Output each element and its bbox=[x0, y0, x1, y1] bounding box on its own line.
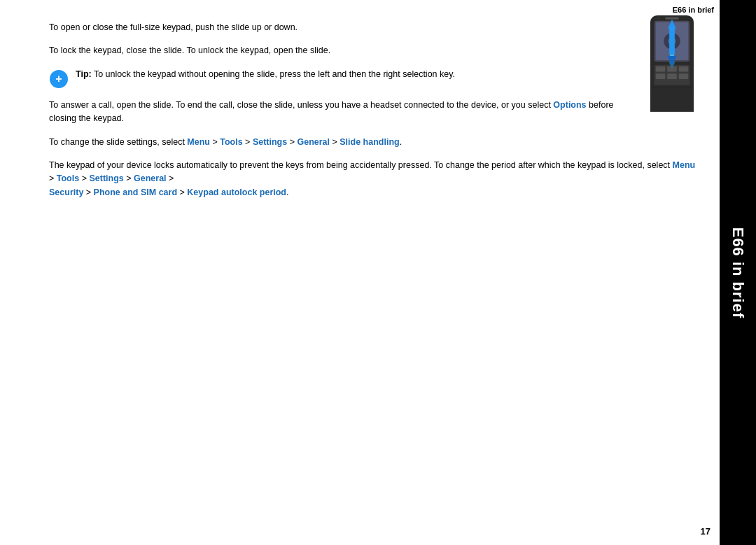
paragraph-4: To change the slide settings, select Men… bbox=[49, 136, 700, 149]
side-bar: E66 in brief bbox=[720, 0, 756, 545]
tip-text: Tip: To unlock the keypad without openin… bbox=[76, 68, 455, 81]
para5-gt6: > bbox=[177, 187, 187, 197]
phone-image bbox=[644, 14, 700, 126]
paragraph-5: The keypad of your device locks automati… bbox=[49, 159, 700, 199]
page-container: E66 in brief E66 in brief bbox=[0, 0, 756, 545]
tip-icon: + bbox=[49, 69, 69, 89]
main-content: To open or close the full-size keypad, p… bbox=[49, 21, 707, 517]
paragraph-3: To answer a call, open the slide. To end… bbox=[49, 99, 700, 126]
para1-text: To open or close the full-size keypad, p… bbox=[49, 22, 298, 32]
tools-link-1[interactable]: Tools bbox=[220, 137, 242, 147]
svg-rect-6 bbox=[679, 66, 689, 72]
svg-rect-8 bbox=[667, 73, 677, 79]
para3-before: To answer a call, open the slide. To end… bbox=[49, 100, 553, 110]
para4-gt3: > bbox=[287, 137, 297, 147]
security-link[interactable]: Security bbox=[49, 187, 83, 197]
para5-gt1: > bbox=[49, 174, 57, 183]
para5-before: The keypad of your device locks automati… bbox=[49, 160, 673, 170]
tools-link-2[interactable]: Tools bbox=[57, 174, 79, 183]
svg-point-22 bbox=[657, 17, 660, 20]
svg-rect-7 bbox=[656, 73, 666, 79]
slide-handling-link[interactable]: Slide handling bbox=[340, 137, 399, 147]
para4-gt2: > bbox=[243, 137, 253, 147]
paragraph-2: To lock the keypad, close the slide. To … bbox=[49, 44, 700, 57]
svg-rect-4 bbox=[656, 66, 666, 72]
para5-gt4: > bbox=[167, 174, 174, 183]
svg-rect-21 bbox=[665, 17, 678, 20]
paragraph-1: To open or close the full-size keypad, p… bbox=[49, 21, 700, 34]
phone-sim-link[interactable]: Phone and SIM card bbox=[94, 187, 177, 197]
para4-before: To change the slide settings, select bbox=[49, 137, 187, 147]
page-header: E66 in brief bbox=[673, 6, 714, 14]
menu-link-1[interactable]: Menu bbox=[187, 137, 210, 147]
para5-gt3: > bbox=[124, 174, 134, 183]
para4-gt4: > bbox=[330, 137, 340, 147]
settings-link-1[interactable]: Settings bbox=[253, 137, 287, 147]
general-link-2[interactable]: General bbox=[134, 174, 167, 183]
para4-gt1: > bbox=[210, 137, 220, 147]
svg-rect-19 bbox=[669, 29, 675, 55]
menu-link-2[interactable]: Menu bbox=[673, 160, 696, 170]
page-number: 17 bbox=[701, 526, 710, 537]
para5-end: . bbox=[286, 187, 288, 197]
para2-text: To lock the keypad, close the slide. To … bbox=[49, 45, 330, 55]
keypad-autolock-link[interactable]: Keypad autolock period bbox=[187, 187, 286, 197]
svg-text:+: + bbox=[55, 73, 62, 85]
para5-gt2: > bbox=[79, 174, 89, 183]
svg-rect-12 bbox=[650, 108, 694, 112]
tip-box: + Tip: To unlock the keypad without open… bbox=[49, 68, 630, 89]
side-text-label: E66 in brief bbox=[729, 227, 747, 318]
tip-body: To unlock the keypad without opening the… bbox=[92, 69, 455, 79]
svg-rect-9 bbox=[679, 73, 689, 79]
options-link[interactable]: Options bbox=[553, 100, 586, 110]
header-title: E66 in brief bbox=[673, 6, 714, 14]
para4-end: . bbox=[400, 137, 402, 147]
para5-gt5: > bbox=[83, 187, 93, 197]
tip-label: Tip: bbox=[76, 69, 92, 79]
general-link-1[interactable]: General bbox=[297, 137, 330, 147]
settings-link-2[interactable]: Settings bbox=[89, 174, 123, 183]
